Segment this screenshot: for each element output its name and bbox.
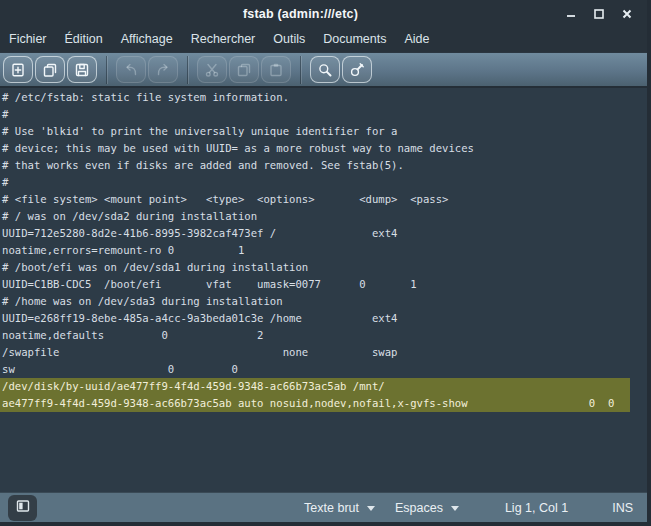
copy-icon: [236, 62, 252, 78]
cut-icon: [204, 62, 220, 78]
editor-line: #: [0, 106, 647, 123]
search-and-replace-icon: [349, 62, 365, 78]
side-panel-icon: [15, 498, 31, 517]
editor-line: # /etc/fstab: static file system informa…: [0, 89, 647, 106]
search-button[interactable]: [310, 56, 340, 83]
new-document-icon: [10, 62, 26, 78]
editor-line: # <file system> <mount point> <type> <op…: [0, 191, 647, 208]
chevron-down-icon: [451, 506, 459, 511]
titlebar[interactable]: fstab (admin:///etc): [0, 0, 647, 28]
editor-line: # /boot/efi was on /dev/sda1 during inst…: [0, 259, 647, 276]
menubar: FichierÉditionAffichageRechercherOutilsD…: [0, 28, 647, 52]
menu-item-documents[interactable]: Documents: [314, 30, 395, 50]
statusbar-right-group: Texte brut Espaces Lig 1, Col 1 INS: [304, 501, 633, 515]
toolbar-separator: [187, 56, 188, 84]
editor-line: UUID=e268ff19-8ebe-485a-a4cc-9a3beda01c3…: [0, 310, 647, 327]
redo-button: [148, 56, 178, 83]
toolbar-separator: [106, 56, 107, 84]
text-editor-area[interactable]: # /etc/fstab: static file system informa…: [0, 88, 647, 492]
paste-icon: [268, 62, 284, 78]
undo-icon: [123, 62, 139, 78]
maximize-button[interactable]: [591, 6, 607, 22]
editor-line: UUID=C1BB-CDC5 /boot/efi vfat umask=0077…: [0, 276, 647, 293]
save-button[interactable]: [67, 56, 97, 83]
copy-button: [229, 56, 259, 83]
minimize-icon: [565, 8, 577, 20]
cut-button: [197, 56, 227, 83]
statusbar: Texte brut Espaces Lig 1, Col 1 INS: [0, 492, 647, 522]
open-documents-icon: [42, 62, 58, 78]
menu-item-fichier[interactable]: Fichier: [0, 30, 56, 50]
tab-mode-selector-label: Espaces: [395, 501, 443, 515]
menu-item-aide[interactable]: Aide: [395, 30, 438, 50]
editor-line: # device; this may be used with UUID= as…: [0, 140, 647, 157]
chevron-down-icon: [367, 506, 375, 511]
undo-button: [116, 56, 146, 83]
editor-line: UUID=712e5280-8d2e-41b6-8995-3982caf473e…: [0, 225, 647, 242]
save-icon: [74, 62, 90, 78]
gedit-window: fstab (admin:///etc) FichierÉditionAffic…: [0, 0, 651, 526]
language-selector[interactable]: Texte brut: [304, 501, 375, 515]
close-button[interactable]: [619, 6, 635, 22]
search-icon: [317, 62, 333, 78]
editor-line: noatime,errors=remount-ro 0 1: [0, 242, 647, 259]
menu-item-affichage[interactable]: Affichage: [112, 30, 182, 50]
editor-line-highlighted: /dev/disk/by-uuid/ae477ff9-4f4d-459d-934…: [0, 378, 630, 395]
menu-item-outils[interactable]: Outils: [264, 30, 314, 50]
menu-item-edition[interactable]: Édition: [56, 30, 112, 50]
maximize-icon: [593, 8, 605, 20]
window-title: fstab (admin:///etc): [0, 7, 601, 21]
window-controls: [563, 6, 647, 22]
menu-item-rechercher[interactable]: Rechercher: [182, 30, 265, 50]
new-document-button[interactable]: [3, 56, 33, 83]
minimize-button[interactable]: [563, 6, 579, 22]
open-documents-button[interactable]: [35, 56, 65, 83]
editor-line: # / was on /dev/sda2 during installation: [0, 208, 647, 225]
toolbar-separator: [300, 56, 301, 84]
language-selector-label: Texte brut: [304, 501, 359, 515]
redo-icon: [155, 62, 171, 78]
editor-line: sw 0 0: [0, 361, 647, 378]
editor-line: # that works even if disks are added and…: [0, 157, 647, 174]
editor-line: # Use 'blkid' to print the universally u…: [0, 123, 647, 140]
tab-mode-selector[interactable]: Espaces: [395, 501, 459, 515]
editor-line: # /home was on /dev/sda3 during installa…: [0, 293, 647, 310]
close-icon: [621, 8, 633, 20]
insert-mode-indicator: INS: [612, 501, 633, 515]
paste-button: [261, 56, 291, 83]
search-and-replace-button[interactable]: [342, 56, 372, 83]
editor-line-highlighted: ae477ff9-4f4d-459d-9348-ac66b73ac5ab aut…: [0, 395, 630, 412]
cursor-position: Lig 1, Col 1: [505, 501, 568, 515]
side-panel-toggle-button[interactable]: [8, 495, 37, 521]
editor-line: noatime,defaults 0 2: [0, 327, 647, 344]
toolbar: [0, 52, 647, 88]
editor-line: #: [0, 174, 647, 191]
editor-line: /swapfile none swap: [0, 344, 647, 361]
